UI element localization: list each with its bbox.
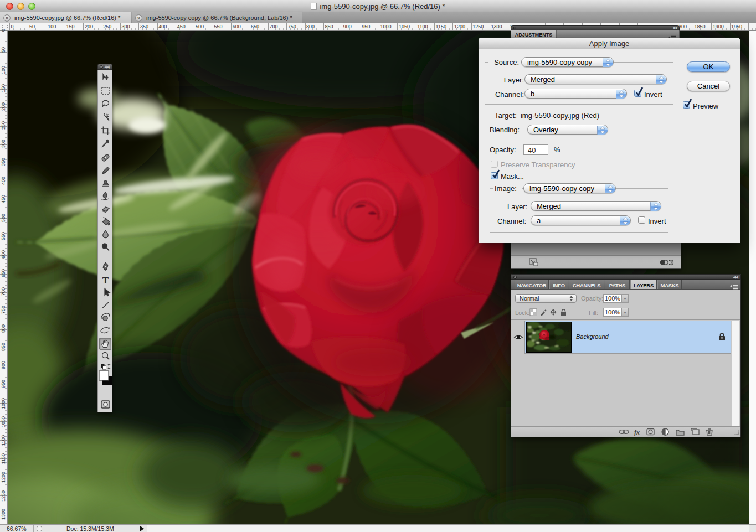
svg-text:T: T bbox=[102, 275, 109, 286]
svg-text:fx: fx bbox=[634, 428, 640, 436]
